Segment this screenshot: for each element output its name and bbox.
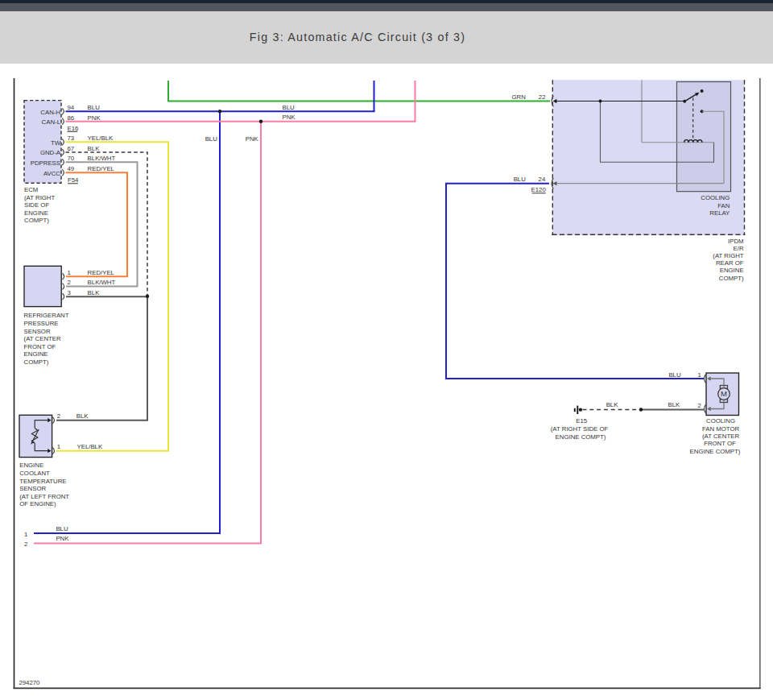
svg-text:2: 2 (57, 412, 60, 420)
svg-text:PNK: PNK (246, 135, 259, 143)
svg-text:67: 67 (68, 145, 75, 152)
svg-text:FRONT OF: FRONT OF (24, 343, 56, 350)
svg-text:BLK: BLK (606, 401, 619, 408)
svg-text:BLK/WHT: BLK/WHT (88, 279, 116, 286)
svg-text:BLK: BLK (88, 289, 101, 296)
svg-text:E/R: E/R (734, 245, 744, 252)
svg-text:SENSOR: SENSOR (24, 328, 51, 335)
svg-text:SIDE OF: SIDE OF (24, 201, 49, 209)
svg-text:BLU: BLU (514, 176, 527, 183)
svg-text:TW: TW (51, 139, 61, 147)
svg-text:BLU: BLU (56, 525, 68, 532)
svg-text:COOLING: COOLING (706, 417, 735, 425)
svg-text:ENGINE: ENGINE (24, 209, 48, 217)
svg-text:1: 1 (698, 371, 701, 379)
svg-text:86: 86 (68, 114, 75, 122)
svg-text:2: 2 (698, 402, 701, 409)
svg-text:OF ENGINE): OF ENGINE) (19, 500, 56, 507)
svg-text:PNK: PNK (283, 114, 296, 121)
svg-text:E15: E15 (576, 417, 588, 425)
svg-text:RED/YEL: RED/YEL (88, 165, 115, 172)
svg-text:PRESSURE: PRESSURE (24, 320, 59, 327)
svg-text:M: M (721, 389, 727, 398)
svg-text:COMPT): COMPT) (719, 275, 744, 282)
svg-text:REFRIGERANT: REFRIGERANT (24, 312, 69, 319)
svg-text:BLK: BLK (668, 401, 681, 408)
svg-text:(AT LEFT FRONT: (AT LEFT FRONT (19, 493, 69, 500)
svg-text:COMPT): COMPT) (24, 358, 49, 366)
svg-text:E120: E120 (531, 186, 547, 193)
svg-text:FAN MOTOR: FAN MOTOR (702, 425, 740, 433)
svg-text:BLK: BLK (76, 412, 89, 420)
svg-text:1: 1 (68, 269, 71, 276)
svg-text:(AT CENTER: (AT CENTER (702, 433, 739, 440)
svg-text:70: 70 (68, 155, 75, 162)
svg-text:PDPRESS: PDPRESS (31, 159, 60, 167)
svg-text:2: 2 (68, 279, 71, 286)
svg-text:FRONT OF: FRONT OF (704, 440, 736, 447)
svg-text:F54: F54 (68, 176, 79, 184)
svg-text:BLU: BLU (668, 371, 681, 379)
svg-text:RELAY: RELAY (709, 209, 730, 217)
svg-text:PNK: PNK (88, 114, 101, 122)
svg-text:BLU: BLU (205, 135, 218, 143)
svg-text:E16: E16 (68, 125, 79, 132)
svg-text:IPDM: IPDM (728, 238, 744, 245)
svg-text:ECM: ECM (24, 186, 38, 193)
svg-text:BLU: BLU (88, 104, 101, 111)
svg-text:BLK: BLK (88, 145, 101, 152)
svg-text:COOLANT: COOLANT (19, 470, 50, 477)
svg-text:COMPT): COMPT) (24, 217, 49, 224)
svg-text:BLK/WHT: BLK/WHT (88, 155, 116, 162)
svg-text:CAN-L: CAN-L (42, 118, 61, 126)
svg-text:ENGINE: ENGINE (720, 267, 744, 274)
svg-text:ENGINE COMPT): ENGINE COMPT) (556, 433, 606, 441)
svg-text:1: 1 (57, 443, 60, 450)
svg-text:24: 24 (539, 176, 546, 183)
svg-text:(AT RIGHT: (AT RIGHT (24, 194, 55, 201)
svg-text:22: 22 (539, 93, 546, 101)
svg-text:(AT RIGHT: (AT RIGHT (713, 252, 743, 259)
svg-text:SENSOR: SENSOR (19, 485, 46, 492)
svg-text:94: 94 (68, 104, 75, 111)
svg-text:1: 1 (24, 531, 27, 538)
svg-text:YEL/BLK: YEL/BLK (88, 135, 114, 142)
svg-text:294270: 294270 (19, 679, 40, 686)
svg-text:49: 49 (68, 165, 75, 172)
svg-text:YEL/BLK: YEL/BLK (77, 443, 103, 450)
svg-text:(AT CENTER: (AT CENTER (24, 335, 61, 342)
svg-text:GND-A: GND-A (40, 149, 61, 156)
svg-text:ENGINE: ENGINE (24, 350, 48, 358)
svg-text:(AT RIGHT SIDE OF: (AT RIGHT SIDE OF (551, 425, 609, 433)
svg-text:ENGINE: ENGINE (19, 462, 43, 469)
svg-text:RED/YEL: RED/YEL (88, 269, 115, 276)
svg-text:3: 3 (68, 289, 71, 296)
svg-text:CAN-H: CAN-H (40, 109, 60, 116)
svg-text:ENGINE COMPT): ENGINE COMPT) (690, 448, 741, 455)
svg-text:COOLING: COOLING (701, 194, 730, 201)
svg-text:REAR OF: REAR OF (716, 259, 744, 267)
svg-text:BLU: BLU (283, 104, 296, 111)
svg-text:2: 2 (24, 541, 27, 548)
svg-text:TEMPERATURE: TEMPERATURE (19, 478, 66, 485)
svg-text:GRN: GRN (511, 93, 525, 101)
svg-text:AVCC: AVCC (43, 170, 60, 177)
svg-text:PNK: PNK (56, 535, 69, 542)
svg-text:73: 73 (68, 135, 75, 142)
svg-text:FAN: FAN (717, 202, 730, 209)
